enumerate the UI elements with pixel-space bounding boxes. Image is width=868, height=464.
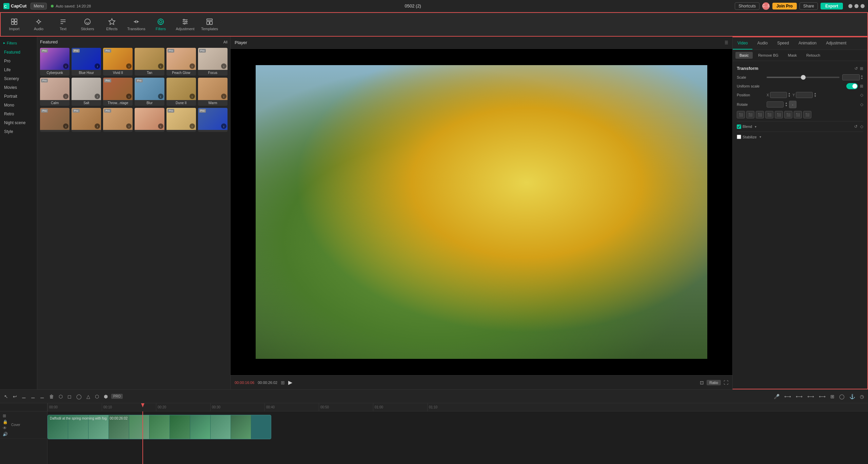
toolbar-text[interactable]: Text xyxy=(51,13,75,36)
filter-card-blue_hour[interactable]: Pro ↓ Blue Hour xyxy=(72,48,101,76)
position-x-field[interactable]: 0 xyxy=(770,92,787,98)
toolbar-import[interactable]: Import xyxy=(2,13,26,36)
align-bottom[interactable]: ⬛ xyxy=(784,111,792,118)
uniform-scale-toggle[interactable] xyxy=(846,83,858,89)
maximize-button[interactable] xyxy=(854,4,859,8)
position-y-field[interactable]: 0 xyxy=(796,92,813,98)
subtab-mask[interactable]: Mask xyxy=(784,52,801,59)
tab-speed[interactable]: Speed xyxy=(772,37,794,50)
toolbar-stickers[interactable]: Stickers xyxy=(75,13,100,36)
toolbar-adjustment[interactable]: Adjustment xyxy=(173,13,197,36)
tab-audio[interactable]: Audio xyxy=(752,37,772,50)
tab-video[interactable]: Video xyxy=(733,37,752,50)
filter-item-pro[interactable]: Pro xyxy=(0,57,37,65)
tl-clip2[interactable]: ◻ xyxy=(66,393,73,400)
tl-mic[interactable]: 🎤 xyxy=(772,393,781,400)
menu-button[interactable]: Menu xyxy=(31,3,47,9)
track-icon-4[interactable]: 🔊 xyxy=(3,432,8,437)
tl-split2[interactable]: ⚊ xyxy=(29,393,37,400)
filter-item-featured[interactable]: Featured xyxy=(0,48,37,57)
toolbar-templates[interactable]: Templates xyxy=(197,13,222,36)
all-filters-button[interactable]: All xyxy=(223,40,228,44)
tl-clip6[interactable]: ⬢ xyxy=(102,393,109,400)
export-button[interactable]: Export xyxy=(821,3,843,9)
rotate-spinner[interactable]: ▲▼ xyxy=(785,102,788,107)
join-pro-button[interactable]: Join Pro xyxy=(772,3,797,9)
tab-adjustment[interactable]: Adjustment xyxy=(821,37,851,50)
align-extra2[interactable]: ⬛ xyxy=(803,111,811,118)
toolbar-filters[interactable]: Filters xyxy=(149,13,173,36)
filter-card-card17[interactable]: Pro ↓ xyxy=(166,108,196,132)
toolbar-audio[interactable]: Audio xyxy=(26,13,51,36)
filter-card-focus[interactable]: Pro ↓ Focus xyxy=(198,48,228,76)
screenshot-button[interactable]: ⊡ xyxy=(700,380,704,385)
pos-x-spinner[interactable]: ▲▼ xyxy=(788,92,791,98)
filter-item-movies[interactable]: Movies xyxy=(0,83,37,92)
tl-link4[interactable]: ⟷ xyxy=(817,393,827,400)
filter-card-peach_glow[interactable]: Pro ↓ Peach Glow xyxy=(166,48,196,76)
tl-link1[interactable]: ⟷ xyxy=(783,393,792,400)
tl-link6[interactable]: ◯ xyxy=(838,393,846,400)
filter-item-life[interactable]: Life xyxy=(0,65,37,74)
filter-item-mono[interactable]: Mono xyxy=(0,101,37,110)
rotate-reset[interactable]: - xyxy=(789,101,796,108)
filter-card-dune_ii[interactable]: ↓ Dune II xyxy=(166,78,196,105)
track-icon-2[interactable]: 🔒 xyxy=(3,420,8,424)
scale-spinner[interactable]: ▲▼ xyxy=(861,75,863,80)
track-icon-3[interactable]: 👁 xyxy=(3,426,8,430)
stabilize-expand[interactable]: ▾ xyxy=(760,135,761,139)
filter-card-card16[interactable]: ↓ xyxy=(135,108,164,132)
filter-card-warm[interactable]: ↓ Warm xyxy=(198,78,228,105)
filter-item-style[interactable]: Style xyxy=(0,127,37,136)
filter-card-salt[interactable]: ↓ Salt xyxy=(72,78,101,105)
player-menu-icon[interactable]: ☰ xyxy=(725,40,728,45)
align-left[interactable]: ⬛ xyxy=(737,111,745,118)
toolbar-transitions[interactable]: Transitions xyxy=(124,13,149,36)
tl-clip5[interactable]: ⬡ xyxy=(94,393,100,400)
tl-link2[interactable]: ⟷ xyxy=(794,393,804,400)
close-button[interactable] xyxy=(861,4,865,8)
filter-item-scenery[interactable]: Scenery xyxy=(0,74,37,83)
toolbar-effects[interactable]: Effects xyxy=(100,13,124,36)
filter-card-card14[interactable]: Pro ↓ xyxy=(72,108,101,132)
subtab-basic[interactable]: Basic xyxy=(735,52,753,59)
play-button[interactable]: ▶ xyxy=(288,379,292,386)
tl-clip1[interactable]: ⬡ xyxy=(57,393,64,400)
blend-expand-icon[interactable]: ◇ xyxy=(860,124,863,129)
filter-card-calm[interactable]: Pro ↓ Calm xyxy=(40,78,70,105)
tl-link5[interactable]: ⊞ xyxy=(829,393,836,400)
subtab-removebg[interactable]: Remove BG xyxy=(754,52,783,59)
filter-card-cyberpunk[interactable]: Pro ↓ Cyberpunk xyxy=(40,48,70,76)
filter-item-retro[interactable]: Retro xyxy=(0,110,37,118)
align-top[interactable]: ⬛ xyxy=(765,111,773,118)
expand-icon[interactable]: ⊞ xyxy=(860,66,863,71)
tl-undo[interactable]: ↩ xyxy=(12,393,18,400)
align-center-v[interactable]: ⬛ xyxy=(775,111,783,118)
blend-checkbox[interactable] xyxy=(737,124,741,129)
rotate-value[interactable]: 0° xyxy=(767,101,784,108)
tab-animation[interactable]: Animation xyxy=(794,37,821,50)
filter-card-blur[interactable]: Pro ↓ Blur xyxy=(135,78,164,105)
filter-card-tan[interactable]: ↓ Tan xyxy=(135,48,164,76)
stabilize-checkbox[interactable] xyxy=(737,135,741,139)
minimize-button[interactable] xyxy=(848,4,852,8)
video-track[interactable]: Daffodil at the spring morning with fog … xyxy=(47,415,271,439)
align-center-h[interactable]: ⬛ xyxy=(746,111,754,118)
filter-card-throwntage[interactable]: Pro ↓ Throw...ntage xyxy=(103,78,133,105)
tl-link3[interactable]: ⟷ xyxy=(806,393,815,400)
tl-split[interactable]: ⚊ xyxy=(20,393,27,400)
align-extra1[interactable]: ⬛ xyxy=(794,111,802,118)
ratio-button[interactable]: Ratio xyxy=(707,380,721,385)
filter-card-vivid_ii[interactable]: Pro ↓ Vivid II xyxy=(103,48,133,76)
shortcuts-button[interactable]: Shortcuts xyxy=(735,2,760,10)
scale-value[interactable]: 100% xyxy=(842,74,860,80)
track-icon-1[interactable]: ⊞ xyxy=(3,413,8,418)
tl-split3[interactable]: ⚊ xyxy=(39,393,46,400)
tl-clip4[interactable]: △ xyxy=(85,393,92,400)
tl-clip3[interactable]: ◯ xyxy=(75,393,83,400)
filter-card-card13[interactable]: Pro ↓ xyxy=(40,108,70,132)
tl-pro-button[interactable]: PRO xyxy=(111,394,123,399)
tl-pointer[interactable]: ↖ xyxy=(3,393,9,400)
filter-card-card15[interactable]: Pro ↓ xyxy=(103,108,133,132)
blend-expand[interactable]: ▾ xyxy=(755,125,756,129)
